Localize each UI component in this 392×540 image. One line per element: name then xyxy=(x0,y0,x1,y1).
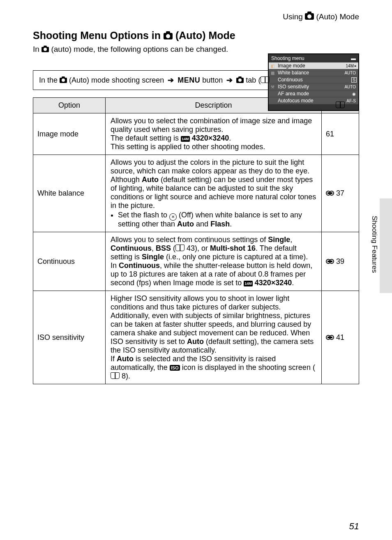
option-ref: 39 xyxy=(322,232,359,291)
option-name: Image mode xyxy=(33,113,106,155)
intro-text: In (auto) mode, the following options ca… xyxy=(33,45,230,54)
menu-button-label: MENU xyxy=(178,76,200,84)
col-option: Option xyxy=(33,98,106,113)
camera-icon xyxy=(60,78,67,83)
image-mode-icon: 14M xyxy=(181,136,190,142)
lcd-row: Autofocus mode AF-S xyxy=(269,97,358,104)
option-name: Continuous xyxy=(33,232,106,291)
table-row: Image mode Allows you to select the comb… xyxy=(33,113,359,155)
page-ref-icon xyxy=(336,102,345,108)
page-title: Shooting Menu Options in (Auto) Mode xyxy=(33,30,359,42)
arrow-right-icon: ➔ xyxy=(168,76,174,85)
lcd-screenshot: Shooting menu ▬ ◧ Image mode 14M ▸ ▦ Whi… xyxy=(268,53,359,111)
option-name: White balance xyxy=(33,155,106,232)
option-ref: 41 xyxy=(322,291,359,384)
options-table: Option Description Image mode Allows you… xyxy=(33,97,359,384)
option-ref: 37 xyxy=(322,155,359,232)
camera-icon xyxy=(42,47,49,52)
option-desc: Allows you to adjust the colors in the p… xyxy=(106,155,322,232)
arrow-right-icon: ➔ xyxy=(226,76,233,85)
camera-icon xyxy=(305,13,314,20)
option-desc: Allows you to select from continuous set… xyxy=(106,232,322,291)
lcd-row: Continuous S xyxy=(269,76,358,83)
option-ref: 61 xyxy=(322,113,359,155)
reference-link-icon xyxy=(326,335,334,340)
reference-link-icon xyxy=(326,259,334,264)
setup-tab-icon: ⚒ xyxy=(269,85,276,89)
table-row: Continuous Allows you to select from con… xyxy=(33,232,359,291)
lcd-row: ⚒ ISO sensitivity AUTO xyxy=(269,83,358,90)
lcd-title: Shooting menu xyxy=(271,55,304,61)
image-mode-icon: 14M xyxy=(244,281,253,286)
lcd-row: ▦ White balance AUTO xyxy=(269,69,358,76)
camera-tab-icon: ◧ xyxy=(269,64,276,68)
reference-link-icon xyxy=(326,191,334,196)
page-ref-icon xyxy=(111,372,120,379)
table-row: ISO sensitivity Higher ISO sensitivity a… xyxy=(33,291,359,384)
lcd-row: ◧ Image mode 14M ▸ xyxy=(269,62,358,69)
camera-icon xyxy=(236,78,244,83)
page-number: 51 xyxy=(349,521,359,532)
table-row: White balance Allows you to adjust the c… xyxy=(33,155,359,232)
lcd-row: AF area mode ◉ xyxy=(269,90,358,97)
page-ref-icon xyxy=(261,76,270,83)
option-desc: Allows you to select the combination of … xyxy=(106,113,322,155)
camera-icon xyxy=(164,33,173,39)
page-ref-icon xyxy=(175,245,184,251)
iso-icon: ISO xyxy=(170,365,180,371)
option-name: ISO sensitivity xyxy=(33,291,106,384)
battery-icon: ▬ xyxy=(351,55,356,61)
running-header: Using (Auto) Mode xyxy=(33,12,359,21)
movie-tab-icon: ▦ xyxy=(269,71,276,75)
flash-off-icon: ✕ xyxy=(169,213,177,221)
option-desc: Higher ISO sensitivity allows you to sho… xyxy=(106,291,322,384)
